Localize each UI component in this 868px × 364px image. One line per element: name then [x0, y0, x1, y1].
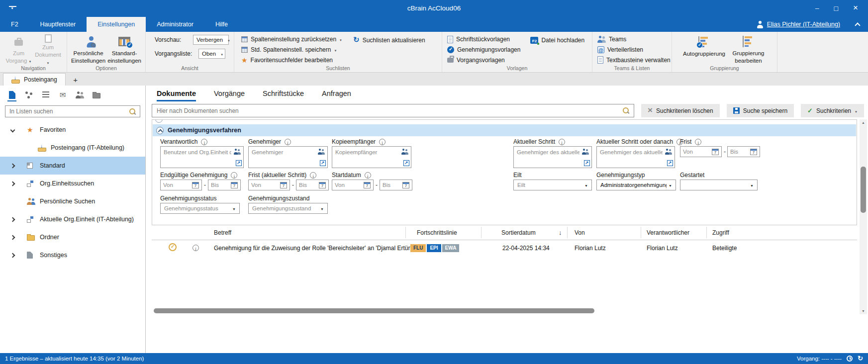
history-clock-icon[interactable] — [847, 356, 853, 362]
info-icon[interactable] — [379, 139, 386, 145]
calendar-icon[interactable] — [280, 182, 287, 188]
zum-vorgang-button[interactable]: Zum Vorgang — [5, 34, 32, 65]
tree-item-org-einheitssuchen[interactable]: Org.Einheitssuchen — [0, 175, 145, 192]
eilt-select[interactable]: Eilt — [513, 180, 592, 190]
main-search-input[interactable] — [157, 107, 619, 114]
sidebar-view-lists[interactable] — [41, 90, 51, 99]
tree-item-sonstiges[interactable]: Sonstiges — [0, 246, 145, 264]
collapse-ribbon-button[interactable] — [847, 17, 868, 32]
column-header-verantwortlicher[interactable]: Verantwortlicher — [647, 229, 689, 236]
column-separator[interactable] — [567, 227, 568, 238]
column-separator[interactable] — [706, 227, 707, 238]
maximize-button[interactable] — [834, 4, 838, 12]
genehmigungstyp-select[interactable]: Administratorgenehmigung — [596, 180, 676, 190]
autogruppierung-button[interactable]: Autogruppierung — [681, 34, 727, 65]
expand-icon[interactable] — [584, 160, 590, 166]
gestartet-select[interactable] — [680, 180, 758, 190]
column-header-von[interactable]: Von — [575, 229, 585, 236]
section-header-genehmigungsverfahren[interactable]: Genehmigungsverfahren — [153, 124, 856, 136]
tab-anfragen[interactable]: Anfragen — [322, 90, 351, 101]
frist-bis-field[interactable]: Bis — [727, 146, 760, 157]
vorgangsvorlagen-button[interactable]: Vorgangsvorlagen — [447, 55, 520, 65]
tree-item-ordner[interactable]: Ordner — [0, 228, 145, 246]
tree-item-favoriten[interactable]: Favoriten — [0, 121, 145, 139]
main-search-field[interactable] — [152, 104, 634, 117]
endgueltig-bis-field[interactable]: Bis — [208, 180, 241, 190]
persoenliche-einstellungen-button[interactable]: PersönlicheEinstellungen — [71, 34, 105, 65]
people-picker-icon[interactable] — [665, 149, 673, 155]
verantwortlich-field[interactable]: Benutzer und Org.Einheit die für d... — [160, 146, 244, 168]
calendar-icon[interactable] — [192, 182, 199, 188]
standardeinstellungen-button[interactable]: Standard-einstellungen — [107, 34, 141, 65]
calendar-icon[interactable] — [364, 182, 371, 188]
info-icon[interactable] — [193, 245, 199, 251]
expand-icon[interactable] — [667, 160, 673, 166]
people-picker-icon[interactable] — [234, 149, 241, 155]
spalteneinstellung-zuruecksetzen-button[interactable]: Spalteneinstellung zurücksetzen — [241, 35, 342, 44]
people-picker-icon[interactable] — [401, 149, 409, 155]
datei-hochladen-button[interactable]: Datei hochladen — [530, 35, 584, 45]
scroll-up-icon[interactable]: ▲ — [862, 121, 865, 124]
tab-vorgaenge[interactable]: Vorgänge — [214, 90, 245, 101]
calendar-icon[interactable] — [750, 149, 757, 155]
table-row[interactable]: Genehmigung für die Zuweisung der Rolle … — [152, 240, 857, 256]
column-header-fortschrittslinie[interactable]: Fortschrittslinie — [417, 229, 457, 236]
horizontal-scrollbar-thumb[interactable] — [154, 308, 594, 313]
info-icon[interactable] — [201, 139, 207, 145]
calendar-icon[interactable] — [712, 149, 719, 155]
expand-icon[interactable] — [403, 160, 409, 166]
sidebar-view-mail[interactable] — [58, 90, 68, 99]
suchkriterien-loeschen-button[interactable]: Suchkriterien löschen — [641, 104, 720, 117]
vorschau-select[interactable]: Verbergen — [193, 35, 229, 45]
menu-item-f2[interactable]: F2 — [0, 17, 29, 32]
suchlisten-aktualisieren-button[interactable]: Suchlisten aktualisieren — [353, 35, 425, 45]
sidebar-view-network[interactable] — [24, 90, 34, 99]
expand-icon[interactable] — [236, 160, 242, 166]
genehmigungszustand-select[interactable]: Genehmigungszustand — [248, 203, 328, 214]
genehmiger-field[interactable]: Genehmiger — [248, 146, 328, 168]
genehmigungsstatus-select[interactable]: Genehmigungsstatus — [160, 203, 240, 214]
frist-schritt-von-field[interactable]: Von — [248, 180, 290, 190]
genehmigungsvorlagen-button[interactable]: Genehmigungsvorlagen — [447, 45, 520, 55]
schriftstueckvorlagen-button[interactable]: Schriftstückvorlagen — [447, 35, 520, 44]
tab-dokumente[interactable]: Dokumente — [157, 90, 196, 101]
sidebar-search[interactable] — [5, 105, 140, 117]
people-picker-icon[interactable] — [318, 149, 325, 155]
info-icon[interactable] — [285, 139, 291, 145]
vertical-scrollbar[interactable]: ▲ ▼ — [860, 119, 867, 314]
vorgangsliste-select[interactable]: Oben — [198, 49, 225, 59]
verteilerlisten-button[interactable]: Verteilerlisten — [597, 45, 671, 55]
vertical-scrollbar-thumb[interactable] — [861, 167, 866, 213]
endgueltig-von-field[interactable]: Von — [160, 180, 202, 190]
column-separator[interactable] — [481, 227, 482, 238]
sync-icon[interactable] — [858, 356, 863, 362]
info-icon[interactable] — [365, 172, 371, 179]
aktueller-schritt-field[interactable]: Genehmiger des aktuellen Schritts — [513, 146, 592, 168]
sidebar-view-documents[interactable] — [7, 90, 17, 99]
startdatum-bis-field[interactable]: Bis — [380, 180, 412, 190]
calendar-icon[interactable] — [402, 182, 409, 188]
column-header-sortierdatum[interactable]: Sortierdatum — [501, 229, 536, 236]
frist-schritt-bis-field[interactable]: Bis — [296, 180, 329, 190]
sidebar-view-folders[interactable] — [92, 90, 101, 99]
minimize-button[interactable] — [815, 4, 819, 12]
menu-item-einstellungen[interactable]: Einstellungen — [87, 17, 146, 32]
collapse-circle-icon[interactable] — [156, 127, 164, 134]
sidebar-view-people[interactable] — [75, 90, 85, 99]
info-icon[interactable] — [231, 172, 237, 179]
close-button[interactable] — [853, 4, 858, 12]
suche-speichern-button[interactable]: Suche speichern — [727, 104, 794, 117]
user-menu[interactable]: Elias Pichler (IT-Abteilung) — [757, 17, 840, 32]
tab-posteingang[interactable]: Posteingang — [3, 73, 66, 86]
frist-von-field[interactable]: Von — [680, 146, 722, 157]
suchkriterien-button[interactable]: Suchkriterien — [801, 104, 864, 117]
textbausteine-verwalten-button[interactable]: Textbausteine verwalten — [597, 55, 671, 65]
calendar-icon[interactable] — [319, 182, 326, 188]
gruppierung-bearbeiten-button[interactable]: Gruppierungbearbeiten — [729, 34, 768, 65]
menu-item-hilfe[interactable]: Hilfe — [204, 17, 239, 32]
column-separator[interactable] — [641, 227, 641, 238]
info-icon[interactable] — [695, 139, 701, 145]
scroll-down-icon[interactable]: ▼ — [862, 309, 865, 313]
calendar-icon[interactable] — [231, 182, 238, 188]
menu-item-hauptfenster[interactable]: Hauptfenster — [29, 17, 87, 32]
